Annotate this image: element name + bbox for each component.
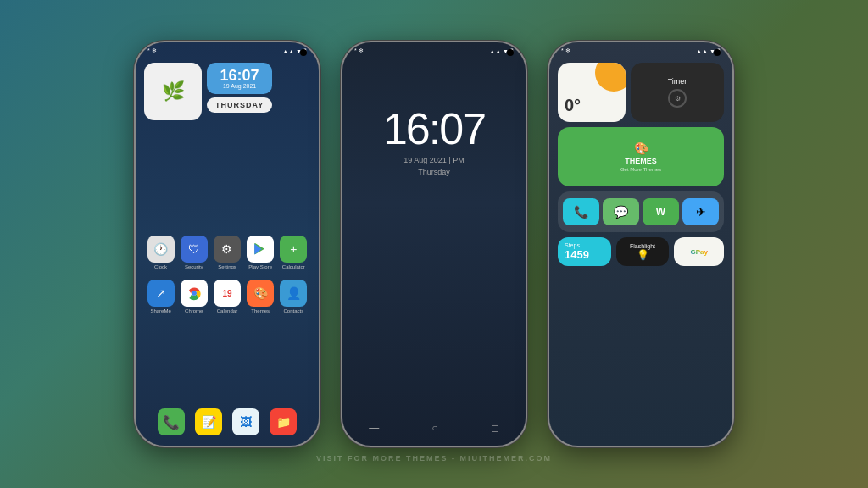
dock-files[interactable]: 📁 — [268, 408, 298, 435]
clock-widget: 16:07 19 Aug 2021 — [207, 63, 272, 94]
status-bar-3: * ❄ ▲▲ ▼ ▮ — [549, 42, 732, 56]
themes-widget[interactable]: 🎨 THEMES Get More Themes — [558, 127, 724, 186]
nav-home[interactable]: ○ — [431, 422, 437, 434]
status-left-3: * ❄ — [561, 47, 570, 54]
app-themes[interactable]: 🎨 Themes — [245, 280, 275, 313]
punch-hole-2 — [507, 49, 514, 56]
widget-row-2: 🎨 THEMES Get More Themes — [558, 127, 724, 186]
clock-icon: 🕐 — [147, 236, 175, 263]
steps-count: 1459 — [565, 248, 604, 261]
phone-icon: 📞 — [158, 408, 185, 435]
lockscreen-content: 16:07 19 Aug 2021 | PM Thursday — [342, 56, 526, 179]
clock-label: Clock — [154, 264, 167, 269]
bottom-widgets-row: Steps 1459 Flashlight 💡 GPay — [558, 237, 724, 266]
timer-circle: ⚙ — [668, 89, 687, 108]
clock-time: 16:07 — [215, 68, 264, 83]
themes-widget-label: THEMES — [625, 157, 657, 165]
themes-widget-icon: 🎨 — [634, 141, 648, 155]
contacts-label: Contacts — [284, 308, 304, 313]
steps-widget: Steps 1459 — [558, 237, 611, 266]
widget-area: 🌿 16:07 19 Aug 2021 THURSDAY — [136, 56, 319, 125]
widget-telegram-btn[interactable]: ✈ — [682, 198, 719, 225]
playstore-icon — [247, 236, 274, 263]
contacts-icon: 👤 — [280, 280, 307, 307]
app-chrome[interactable]: Chrome — [179, 280, 209, 313]
app-grid: 🕐 Clock 🛡 Security ⚙ Settings — [136, 236, 319, 313]
plant-widget: 🌿 — [144, 63, 202, 120]
app-row-1: 🕐 Clock 🛡 Security ⚙ Settings — [144, 236, 310, 269]
widget-messages-btn[interactable]: 💬 — [603, 198, 639, 225]
app-calendar[interactable]: 19 Calendar — [212, 280, 242, 313]
widget-phone-btn[interactable]: 📞 — [563, 198, 599, 225]
gallery-icon: 🖼 — [232, 408, 259, 435]
weather-temp: 0° — [565, 96, 581, 115]
flashlight-icon: 💡 — [637, 249, 649, 261]
chrome-label: Chrome — [185, 308, 203, 313]
clock-date-widget: 16:07 19 Aug 2021 THURSDAY — [207, 63, 272, 120]
phone-3-frame: * ❄ ▲▲ ▼ ▮ 0° Timer ⚙ — [548, 41, 734, 447]
apps-widget-row: 📞 💬 W ✈ — [558, 191, 724, 232]
app-security[interactable]: 🛡 Security — [179, 236, 209, 269]
lock-time: 16:07 — [383, 107, 485, 151]
calendar-icon: 19 — [214, 280, 241, 307]
phone-1: * ❄ ▲▲ ▼ ▮ 🌿 16:07 19 Aug 2021 THURSDAY — [134, 41, 320, 447]
lock-date: 19 Aug 2021 | PM Thursday — [403, 154, 464, 179]
weather-circle — [595, 63, 626, 92]
timer-label: Timer — [668, 77, 687, 86]
dock: 📞 📝 🖼 📁 — [136, 408, 319, 435]
punch-hole — [300, 49, 307, 56]
phone-3: * ❄ ▲▲ ▼ ▮ 0° Timer ⚙ — [548, 41, 734, 447]
lock-day: Thursday — [418, 168, 450, 176]
app-row-2: ↗ ShareMe Chrome 19 Calendar 🎨 — [144, 280, 310, 313]
chrome-icon — [181, 280, 208, 307]
punch-hole-3 — [714, 49, 721, 56]
playstore-label: Play Store — [248, 264, 272, 269]
calendar-label: Calendar — [217, 308, 237, 313]
calculator-label: Calculator — [282, 264, 305, 269]
app-calculator[interactable]: + Calculator — [278, 236, 309, 269]
themes-label: Themes — [251, 308, 270, 313]
app-clock[interactable]: 🕐 Clock — [146, 236, 176, 269]
svg-point-0 — [192, 291, 197, 296]
security-label: Security — [185, 264, 203, 269]
status-bar-1: * ❄ ▲▲ ▼ ▮ — [136, 42, 319, 56]
gpay-widget[interactable]: GPay — [674, 237, 724, 266]
weather-widget: 0° — [558, 63, 626, 122]
signal-icon: ▲▲ — [282, 48, 294, 54]
security-icon: 🛡 — [181, 236, 208, 263]
nav-recent[interactable]: ◻ — [491, 422, 499, 434]
status-bar-2: * ❄ ▲▲ ▼ ▮ — [342, 42, 526, 56]
flashlight-widget[interactable]: Flashlight 💡 — [616, 237, 670, 266]
nav-back[interactable]: — — [369, 422, 379, 434]
notes-icon: 📝 — [195, 408, 222, 435]
signal-2: ▲▲ — [489, 48, 501, 54]
day-button[interactable]: THURSDAY — [207, 97, 272, 113]
app-playstore[interactable]: Play Store — [245, 236, 275, 269]
widget-whatsapp-btn[interactable]: W — [643, 198, 679, 225]
steps-label: Steps — [565, 242, 604, 248]
app-settings[interactable]: ⚙ Settings — [212, 236, 242, 269]
calculator-icon: + — [280, 236, 307, 263]
dock-phone[interactable]: 📞 — [156, 408, 186, 435]
themes-widget-sub: Get More Themes — [620, 167, 661, 172]
app-contacts[interactable]: 👤 Contacts — [278, 280, 309, 313]
app-shareme[interactable]: ↗ ShareMe — [146, 280, 176, 313]
widgets-grid: 0° Timer ⚙ 🎨 THEMES Get More Themes — [549, 56, 732, 273]
phone-1-frame: * ❄ ▲▲ ▼ ▮ 🌿 16:07 19 Aug 2021 THURSDAY — [134, 41, 320, 447]
watermark: VISIT FOR MORE THEMES - MIUITHEMER.COM — [316, 454, 552, 463]
phone-2-frame: * ❄ ▲▲ ▼ ▮ 16:07 19 Aug 2021 | PM Thursd… — [341, 41, 527, 447]
phone-1-screen: * ❄ ▲▲ ▼ ▮ 🌿 16:07 19 Aug 2021 THURSDAY — [136, 42, 319, 446]
shareme-label: ShareMe — [150, 308, 170, 313]
dock-gallery[interactable]: 🖼 — [231, 408, 261, 435]
status-left-2: * ❄ — [354, 47, 364, 54]
gpay-label: GPay — [690, 248, 707, 256]
dock-notes[interactable]: 📝 — [193, 408, 224, 435]
timer-widget[interactable]: Timer ⚙ — [631, 63, 724, 122]
plant-icon: 🌿 — [162, 80, 185, 103]
lock-bottom-nav: — ○ ◻ — [342, 422, 526, 434]
clock-date: 19 Aug 2021 — [215, 83, 264, 89]
phone-3-screen: * ❄ ▲▲ ▼ ▮ 0° Timer ⚙ — [549, 42, 732, 446]
lock-date-line1: 19 Aug 2021 | PM — [403, 156, 464, 164]
settings-icon: ⚙ — [214, 236, 241, 263]
status-left: * ❄ — [147, 47, 157, 54]
